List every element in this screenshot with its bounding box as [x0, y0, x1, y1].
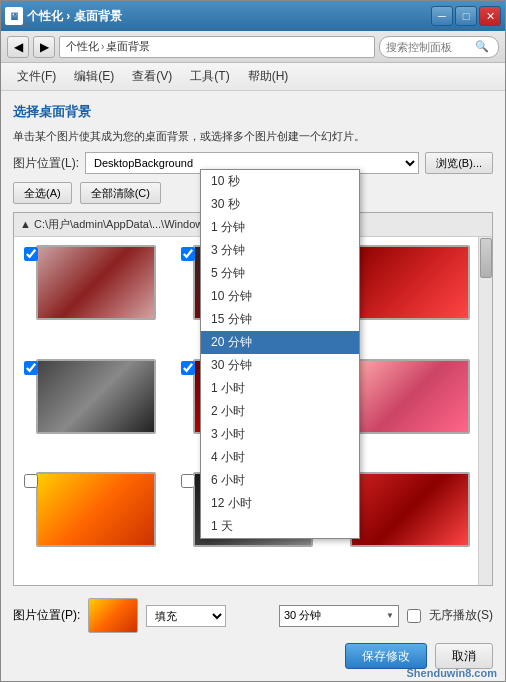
chevron-down-icon: ▼	[386, 611, 394, 620]
dropdown-item-10m[interactable]: 10 分钟	[201, 285, 359, 308]
dropdown-item-30s[interactable]: 30 秒	[201, 193, 359, 216]
list-item	[22, 359, 171, 464]
dropdown-item-5m[interactable]: 5 分钟	[201, 262, 359, 285]
dropdown-item-6h[interactable]: 6 小时	[201, 469, 359, 492]
position-label: 图片位置(P):	[13, 607, 80, 624]
position-row: 图片位置(P): 填充 适应 拉伸 平铺 居中 30 分钟 ▼ 无序播放(S)	[13, 598, 493, 633]
location-label: 图片位置(L):	[13, 155, 79, 172]
dropdown-item-15m[interactable]: 15 分钟	[201, 308, 359, 331]
clear-all-button[interactable]: 全部清除(C)	[80, 182, 161, 204]
dropdown-item-20m[interactable]: 20 分钟	[201, 331, 359, 354]
wallpaper-thumb-4[interactable]	[36, 359, 156, 434]
wallpaper-thumb-3[interactable]	[350, 245, 470, 320]
menu-view[interactable]: 查看(V)	[124, 66, 180, 87]
breadcrumb[interactable]: 个性化 › 桌面背景	[59, 36, 375, 58]
dropdown-item-10s[interactable]: 10 秒	[201, 170, 359, 193]
interval-value: 30 分钟	[284, 608, 321, 623]
breadcrumb-item-2: 桌面背景	[106, 39, 150, 54]
wallpaper-scrollbar[interactable]	[478, 237, 492, 585]
bottom-buttons: 保存修改 取消	[13, 639, 493, 669]
address-bar: ◀ ▶ 个性化 › 桌面背景 🔍	[1, 31, 505, 63]
wallpaper-checkbox-4[interactable]	[24, 361, 38, 375]
list-item	[22, 245, 171, 350]
dropdown-item-1m[interactable]: 1 分钟	[201, 216, 359, 239]
menu-tools[interactable]: 工具(T)	[182, 66, 237, 87]
wallpaper-checkbox-2[interactable]	[181, 247, 195, 261]
bottom-area: 图片位置(P): 填充 适应 拉伸 平铺 居中 30 分钟 ▼ 无序播放(S)	[13, 594, 493, 669]
watermark: Shenduwin8.com	[407, 667, 497, 679]
menu-bar: 文件(F) 编辑(E) 查看(V) 工具(T) 帮助(H)	[1, 63, 505, 91]
select-all-button[interactable]: 全选(A)	[13, 182, 72, 204]
window-icon: 🖥	[5, 7, 23, 25]
interval-display[interactable]: 30 分钟 ▼	[279, 605, 399, 627]
wallpaper-thumb-9[interactable]	[350, 472, 470, 547]
scrollbar-thumb[interactable]	[480, 238, 492, 278]
menu-file[interactable]: 文件(F)	[9, 66, 64, 87]
window-title: 个性化 › 桌面背景	[27, 8, 122, 25]
main-window: 🖥 个性化 › 桌面背景 ─ □ ✕ ◀ ▶ 个性化 › 桌面背景 🔍 文件(F…	[0, 0, 506, 682]
title-bar-left: 🖥 个性化 › 桌面背景	[5, 7, 122, 25]
dropdown-item-2h[interactable]: 2 小时	[201, 400, 359, 423]
breadcrumb-item-1: 个性化	[66, 39, 99, 54]
wallpaper-thumb-1[interactable]	[36, 245, 156, 320]
section-title: 选择桌面背景	[13, 103, 493, 121]
forward-button[interactable]: ▶	[33, 36, 55, 58]
wallpaper-thumb-6[interactable]	[350, 359, 470, 434]
wallpaper-checkbox-8[interactable]	[181, 474, 195, 488]
dropdown-item-4h[interactable]: 4 小时	[201, 446, 359, 469]
dropdown-item-1d[interactable]: 1 天	[201, 515, 359, 538]
dropdown-item-3m[interactable]: 3 分钟	[201, 239, 359, 262]
back-button[interactable]: ◀	[7, 36, 29, 58]
dropdown-item-12h[interactable]: 12 小时	[201, 492, 359, 515]
dropdown-item-1h[interactable]: 1 小时	[201, 377, 359, 400]
interval-dropdown[interactable]: 10 秒 30 秒 1 分钟 3 分钟 5 分钟 10 分钟 15 分钟 20 …	[200, 169, 360, 539]
minimize-button[interactable]: ─	[431, 6, 453, 26]
wallpaper-checkbox-1[interactable]	[24, 247, 38, 261]
maximize-button[interactable]: □	[455, 6, 477, 26]
breadcrumb-separator: ›	[101, 41, 104, 52]
close-button[interactable]: ✕	[479, 6, 501, 26]
browse-button[interactable]: 浏览(B)...	[425, 152, 493, 174]
wallpaper-checkbox-5[interactable]	[181, 361, 195, 375]
search-icon: 🔍	[475, 40, 489, 53]
position-preview	[88, 598, 138, 633]
save-button[interactable]: 保存修改	[345, 643, 427, 669]
list-item	[22, 472, 171, 577]
shuffle-label: 无序播放(S)	[429, 607, 493, 624]
position-select[interactable]: 填充 适应 拉伸 平铺 居中	[146, 605, 226, 627]
search-box[interactable]: 🔍	[379, 36, 499, 58]
dropdown-item-3h[interactable]: 3 小时	[201, 423, 359, 446]
menu-edit[interactable]: 编辑(E)	[66, 66, 122, 87]
dropdown-item-30m[interactable]: 30 分钟	[201, 354, 359, 377]
wallpaper-thumb-7[interactable]	[36, 472, 156, 547]
cancel-button[interactable]: 取消	[435, 643, 493, 669]
section-desc: 单击某个图片使其成为您的桌面背景，或选择多个图片创建一个幻灯片。	[13, 129, 493, 144]
search-input[interactable]	[386, 41, 471, 53]
wallpaper-checkbox-7[interactable]	[24, 474, 38, 488]
menu-help[interactable]: 帮助(H)	[240, 66, 297, 87]
title-bar: 🖥 个性化 › 桌面背景 ─ □ ✕	[1, 1, 505, 31]
title-bar-controls: ─ □ ✕	[431, 6, 501, 26]
shuffle-checkbox[interactable]	[407, 609, 421, 623]
